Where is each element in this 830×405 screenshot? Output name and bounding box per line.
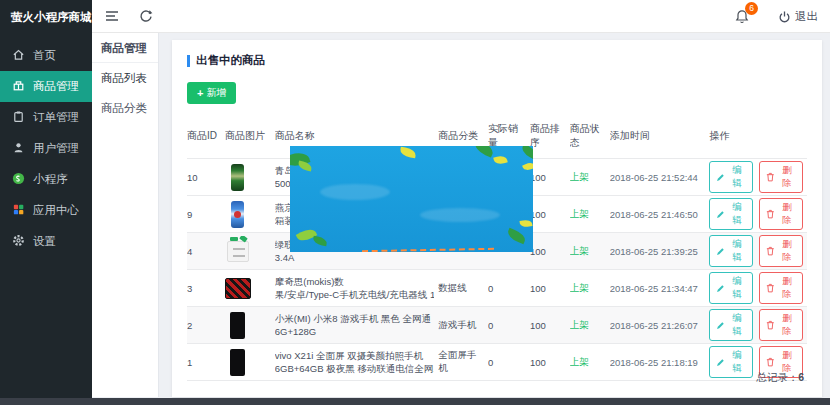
refresh-icon[interactable] — [134, 4, 158, 28]
users-icon — [12, 141, 25, 156]
submenu-item-product-category[interactable]: 商品分类 — [92, 93, 158, 123]
page-title: 出售中的商品 — [196, 53, 265, 68]
edit-button[interactable]: 编辑 — [709, 235, 753, 267]
edit-button[interactable]: 编辑 — [709, 309, 753, 341]
edit-label: 编辑 — [728, 349, 746, 375]
edit-label: 编辑 — [728, 201, 746, 227]
delete-button[interactable]: 删除 — [759, 198, 803, 230]
leaf-icon — [522, 161, 533, 172]
settings-icon — [12, 234, 25, 249]
product-thumbnail — [225, 310, 251, 340]
date-cell: 2018-06-25 21:46:50 — [610, 209, 710, 220]
name-line-2: 3.4A — [275, 251, 434, 264]
sales-cell: 0 — [488, 320, 530, 331]
sidebar-item-settings[interactable]: 设置 — [0, 226, 92, 257]
home-icon — [12, 48, 25, 63]
submenu: 商品管理 商品列表 商品分类 — [92, 33, 159, 397]
category-cell: 游戏手机 — [438, 319, 488, 332]
sort-cell: 100 — [530, 246, 570, 257]
table-row: 1 vivo X21i 全面屏 双摄美颜拍照手机 6GB+64GB 极夜黑 移动… — [187, 344, 807, 381]
edit-label: 编辑 — [728, 275, 746, 301]
edit-icon — [716, 321, 725, 330]
name-line-2: 6GB+64GB 极夜黑 移动联通电信全网... — [275, 362, 434, 375]
edit-icon — [716, 284, 725, 293]
date-cell: 2018-06-25 21:34:47 — [610, 283, 710, 294]
delete-label: 删除 — [778, 238, 796, 264]
header-category: 商品分类 — [438, 129, 488, 143]
product-id-cell: 3 — [187, 283, 225, 294]
image-preview-overlay — [290, 146, 533, 252]
product-id-cell: 9 — [187, 209, 225, 220]
edit-label: 编辑 — [728, 312, 746, 338]
product-image-cell — [225, 310, 275, 340]
title-marker — [187, 55, 190, 67]
collapse-menu-icon[interactable] — [100, 4, 124, 28]
header-date: 添加时间 — [610, 129, 710, 143]
delete-label: 删除 — [778, 312, 796, 338]
add-button[interactable]: + 新增 — [187, 82, 236, 104]
sidebar-menu: 首页 商品管理 订单管理 用户管理 小程序 应用中心 设置 — [0, 40, 92, 257]
sort-cell: 100 — [530, 283, 570, 294]
section-title-row: 出售中的商品 — [187, 53, 807, 68]
product-id-cell: 1 — [187, 357, 225, 368]
app: { "colors": { "sidebar_bg": "#1f272c", "… — [0, 0, 830, 405]
sidebar: 萤火小程序商城 首页 商品管理 订单管理 用户管理 小程序 应用中心 设置 — [0, 0, 92, 405]
add-button-label: 新增 — [206, 86, 226, 100]
edit-label: 编辑 — [728, 164, 746, 190]
sidebar-item-appcenter[interactable]: 应用中心 — [0, 195, 92, 226]
edit-button[interactable]: 编辑 — [709, 272, 753, 304]
name-line-1: 小米(MI) 小米8 游戏手机 黑色 全网通 — [275, 312, 434, 325]
leaf-icon — [473, 146, 496, 158]
delete-button[interactable]: 删除 — [759, 235, 803, 267]
edit-button[interactable]: 编辑 — [709, 198, 753, 230]
date-cell: 2018-06-25 21:52:44 — [610, 172, 710, 183]
sidebar-item-label: 商品管理 — [33, 79, 79, 94]
product-image-cell — [225, 199, 275, 229]
dashed-line — [362, 248, 494, 252]
category-cell: 全面屏手机 — [438, 349, 488, 375]
leaf-icon — [506, 228, 527, 244]
status-cell: 上架 — [570, 245, 610, 258]
logout-button[interactable]: 退出 — [778, 9, 818, 24]
delete-icon — [766, 209, 775, 219]
submenu-title: 商品管理 — [92, 33, 158, 63]
product-thumbnail — [225, 236, 251, 266]
delete-button[interactable]: 删除 — [759, 309, 803, 341]
sidebar-item-home[interactable]: 首页 — [0, 40, 92, 71]
status-cell: 上架 — [570, 282, 610, 295]
name-line-2: 果/安卓/Type-C手机充电线/充电器线 1... — [275, 288, 434, 301]
submenu-item-product-list[interactable]: 商品列表 — [92, 63, 158, 93]
actions-cell: 编辑 删除 — [709, 198, 807, 230]
sidebar-item-label: 用户管理 — [33, 141, 79, 156]
delete-label: 删除 — [778, 275, 796, 301]
sidebar-item-label: 首页 — [33, 48, 56, 63]
delete-label: 删除 — [778, 164, 796, 190]
logout-label: 退出 — [795, 9, 818, 24]
sidebar-item-miniprogram[interactable]: 小程序 — [0, 164, 92, 195]
leaf-icon — [520, 146, 533, 159]
edit-icon — [716, 173, 725, 182]
sidebar-item-goods[interactable]: 商品管理 — [0, 71, 92, 102]
header-actions: 操作 — [709, 129, 807, 143]
edit-button[interactable]: 编辑 — [709, 346, 753, 378]
edit-button[interactable]: 编辑 — [709, 161, 753, 193]
edit-icon — [716, 210, 725, 219]
plus-icon: + — [197, 88, 203, 99]
delete-button[interactable]: 删除 — [759, 272, 803, 304]
cloud-shape — [420, 208, 500, 222]
sidebar-item-label: 设置 — [33, 234, 56, 249]
header-product-id: 商品ID — [187, 129, 225, 143]
delete-button[interactable]: 删除 — [759, 161, 803, 193]
topbar: 6 退出 — [92, 0, 830, 33]
header-product-name: 商品名称 — [275, 129, 438, 143]
orders-icon — [12, 110, 25, 125]
notification-bell[interactable]: 6 — [730, 4, 754, 28]
sales-cell: 0 — [488, 357, 530, 368]
name-line-1: 摩奇思(mokis)数 — [275, 275, 434, 288]
sidebar-item-users[interactable]: 用户管理 — [0, 133, 92, 164]
goods-icon — [12, 79, 25, 94]
status-cell: 上架 — [570, 319, 610, 332]
edit-icon — [716, 247, 725, 256]
sidebar-item-orders[interactable]: 订单管理 — [0, 102, 92, 133]
leaf-icon — [297, 160, 313, 171]
